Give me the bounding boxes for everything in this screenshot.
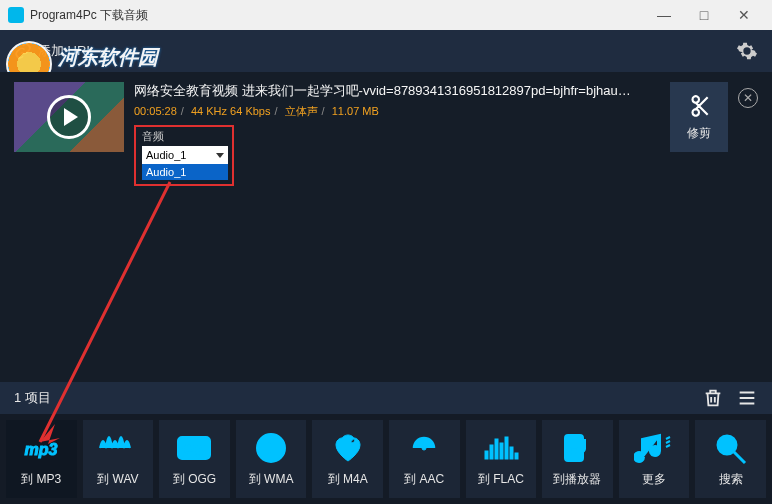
svg-point-17 <box>718 436 736 454</box>
svg-rect-13 <box>510 447 513 459</box>
media-title: 网络安全教育视频 进来我们一起学习吧-vvid=8789341316951812… <box>134 82 634 100</box>
link-plus-icon <box>14 42 32 60</box>
format-wav-button[interactable]: 到 WAV <box>83 420 154 498</box>
svg-point-16 <box>570 447 578 455</box>
format-label: 到 M4A <box>328 471 368 488</box>
svg-rect-9 <box>490 445 493 459</box>
svg-rect-8 <box>485 451 488 459</box>
format-wma-button[interactable]: 到 WMA <box>236 420 307 498</box>
format-label: 更多 <box>642 471 666 488</box>
audio-selected-value: Audio_1 <box>146 149 186 161</box>
media-size: 11.07 MB <box>332 105 379 117</box>
format-label: 到 WAV <box>97 471 138 488</box>
format-label: 到 OGG <box>173 471 216 488</box>
more-icon <box>634 431 674 465</box>
window-title: Program4Pc 下载音频 <box>30 7 644 24</box>
search-icon <box>711 431 751 465</box>
format-aac-button[interactable]: 到 AAC <box>389 420 460 498</box>
svg-rect-10 <box>495 439 498 459</box>
svg-rect-11 <box>500 443 503 459</box>
format-m4a-button[interactable]: 到 M4A <box>312 420 383 498</box>
media-list: 网络安全教育视频 进来我们一起学习吧-vvid=8789341316951812… <box>0 72 772 382</box>
list-menu-icon[interactable] <box>736 387 758 409</box>
format-label: 到 FLAC <box>478 471 524 488</box>
media-metadata: 00:05:28/ 44 KHz 64 Kbps/ 立体声/ 11.07 MB <box>134 104 660 119</box>
flac-icon <box>481 431 521 465</box>
media-samplerate: 44 KHz <box>191 105 227 117</box>
format-bar: mp3到 MP3到 WAVOgg到 OGG到 WMA到 M4A到 AAC到 FL… <box>0 414 772 504</box>
trim-label: 修剪 <box>687 125 711 142</box>
svg-text:mp3: mp3 <box>25 441 58 458</box>
format-ogg-button[interactable]: Ogg到 OGG <box>159 420 230 498</box>
aac-icon <box>404 431 444 465</box>
audio-selector-highlight: 音频 Audio_1 Audio_1 <box>134 125 234 186</box>
window-titlebar: Program4Pc 下载音频 — □ ✕ <box>0 0 772 30</box>
media-duration: 00:05:28 <box>134 105 177 117</box>
svg-line-18 <box>734 452 745 463</box>
audio-track-label: 音频 <box>142 129 226 144</box>
format-search-button[interactable]: 搜索 <box>695 420 766 498</box>
media-item[interactable]: 网络安全教育视频 进来我们一起学习吧-vvid=8789341316951812… <box>14 82 758 186</box>
close-button[interactable]: ✕ <box>724 7 764 23</box>
scissors-icon <box>686 93 712 119</box>
m4a-icon <box>328 431 368 465</box>
minimize-button[interactable]: — <box>644 7 684 23</box>
media-info: 网络安全教育视频 进来我们一起学习吧-vvid=8789341316951812… <box>134 82 660 186</box>
format-mp3-button[interactable]: mp3到 MP3 <box>6 420 77 498</box>
trim-button[interactable]: 修剪 <box>670 82 728 152</box>
svg-rect-14 <box>515 453 518 459</box>
item-count: 1 项目 <box>14 389 51 407</box>
svg-rect-12 <box>505 437 508 459</box>
format-label: 到 MP3 <box>21 471 61 488</box>
chevron-down-icon <box>216 153 224 158</box>
top-toolbar: 添加 URL <box>0 30 772 72</box>
svg-point-7 <box>422 446 426 450</box>
format-flac-button[interactable]: 到 FLAC <box>466 420 537 498</box>
format-more-button[interactable]: 更多 <box>619 420 690 498</box>
wav-icon <box>98 431 138 465</box>
format-label: 到播放器 <box>553 471 601 488</box>
audio-dropdown-option[interactable]: Audio_1 <box>142 164 228 180</box>
media-channels: 立体声 <box>285 105 318 117</box>
add-url-button[interactable]: 添加 URL <box>14 42 94 60</box>
add-url-label: 添加 URL <box>38 42 94 60</box>
ogg-icon: Ogg <box>174 431 214 465</box>
format-label: 到 WMA <box>249 471 294 488</box>
svg-text:Ogg: Ogg <box>183 442 206 456</box>
remove-item-button[interactable]: ✕ <box>738 88 758 108</box>
status-bar: 1 项目 <box>0 382 772 414</box>
wma-icon <box>251 431 291 465</box>
format-player-button[interactable]: 到播放器 <box>542 420 613 498</box>
audio-track-dropdown[interactable]: Audio_1 <box>142 146 228 164</box>
player-icon <box>557 431 597 465</box>
format-label: 搜索 <box>719 471 743 488</box>
maximize-button[interactable]: □ <box>684 7 724 23</box>
video-thumbnail[interactable] <box>14 82 124 152</box>
play-icon <box>47 95 91 139</box>
app-icon <box>8 7 24 23</box>
delete-icon[interactable] <box>702 387 724 409</box>
format-label: 到 AAC <box>404 471 444 488</box>
settings-gear-icon[interactable] <box>736 40 758 62</box>
mp3-icon: mp3 <box>21 431 61 465</box>
media-bitrate: 64 Kbps <box>230 105 270 117</box>
